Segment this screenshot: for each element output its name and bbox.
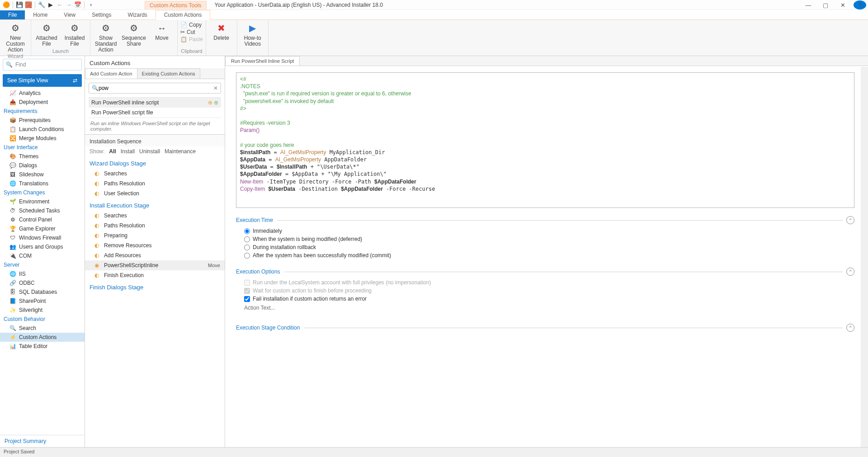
tab-existing-custom[interactable]: Existing Custom Actions <box>137 68 200 79</box>
seq-item[interactable]: ◉PowerShellScriptInlineMove <box>85 260 225 270</box>
options-icon[interactable]: 🔧 <box>38 1 46 9</box>
show-standard-button[interactable]: ⚙Show Standard Action <box>93 22 118 53</box>
find-box[interactable]: 🔍 Find <box>3 59 82 71</box>
seq-item[interactable]: ◐Searches <box>85 211 225 221</box>
collapse-icon[interactable]: ⌃ <box>846 324 854 332</box>
collapse-icon[interactable]: ⌃ <box>846 268 854 276</box>
scrollbar[interactable] <box>861 67 868 447</box>
step-icon: ◐ <box>93 252 100 259</box>
nav-item[interactable]: ⚙Control Panel <box>0 215 85 224</box>
howto-videos-button[interactable]: ▶How-to Videos <box>240 22 265 47</box>
radio-commit[interactable] <box>244 253 250 259</box>
script-editor[interactable]: <# .NOTES "pwsh.exe" is run if required … <box>236 72 854 208</box>
radio-deferred[interactable] <box>244 236 250 242</box>
cut-button[interactable]: ✂Cut <box>180 29 195 35</box>
seq-item[interactable]: ◐Finish Execution <box>85 270 225 280</box>
nav-icon: 📤 <box>9 99 16 106</box>
nav-item[interactable]: ✨Silverlight <box>0 306 85 315</box>
nav-item[interactable]: 🎨Themes <box>0 152 85 161</box>
nav-item[interactable]: 🌐Translations <box>0 179 85 188</box>
copy-button[interactable]: 📄Copy <box>180 22 202 28</box>
nav-item[interactable]: 📋Launch Conditions <box>0 125 85 134</box>
nav-item[interactable]: 🔌COM <box>0 251 85 260</box>
nav-item[interactable]: 🗄SQL Databases <box>0 287 85 297</box>
group-label <box>252 48 253 54</box>
tab-view[interactable]: View <box>56 10 84 19</box>
simple-view-button[interactable]: See Simple View⇄ <box>3 74 82 87</box>
add-seq-icon[interactable]: ⊕ <box>208 99 212 106</box>
radio-immediately[interactable] <box>244 228 250 234</box>
delete-button[interactable]: ✖Delete <box>209 22 234 41</box>
close-button[interactable]: ✕ <box>836 0 849 9</box>
tab-add-custom[interactable]: Add Custom Action <box>85 68 137 79</box>
search-icon: 🔍 <box>6 61 13 68</box>
nav-item[interactable]: 🌱Environment <box>0 197 85 206</box>
radio-rollback[interactable] <box>244 245 250 250</box>
gear-arrow-icon: ⚙ <box>99 22 112 34</box>
nav-item[interactable]: 📈Analytics <box>0 89 85 98</box>
minimize-button[interactable]: — <box>802 0 815 9</box>
result-row[interactable]: Run PowerShell script file <box>89 108 221 118</box>
nav-item[interactable]: ⚡Custom Actions <box>0 333 85 342</box>
chk-fail[interactable] <box>244 296 250 302</box>
result-row[interactable]: Run PowerShell inline script⊕ ⊕ <box>89 98 221 108</box>
tab-wizards[interactable]: Wizards <box>120 10 156 19</box>
save-icon[interactable]: 💾 <box>15 1 24 9</box>
run-icon[interactable]: ▶ <box>47 1 55 9</box>
forward-icon[interactable]: → <box>65 1 73 9</box>
tab-file[interactable]: File <box>0 10 25 19</box>
attached-file-button[interactable]: ⚙Attached File <box>34 22 59 47</box>
collapse-icon[interactable]: ⌃ <box>846 216 854 224</box>
seq-item[interactable]: ◐Remove Resources <box>85 240 225 250</box>
action-search-input[interactable] <box>99 85 213 91</box>
nav-item[interactable]: 🌐IIS <box>0 269 85 278</box>
group-label <box>221 48 222 54</box>
nav-item[interactable]: 🔍Search <box>0 324 85 333</box>
seq-item[interactable]: ◐Searches <box>85 169 225 179</box>
right-tab[interactable]: Run PowerShell Inline Script <box>225 56 300 66</box>
show-all[interactable]: All <box>109 148 116 155</box>
nav-item[interactable]: 📦Prerequisites <box>0 116 85 125</box>
seq-item[interactable]: ◐User Selection <box>85 188 225 198</box>
help-button[interactable]: ? <box>854 0 866 9</box>
tab-custom-actions[interactable]: Custom Actions <box>156 10 210 20</box>
clear-icon[interactable]: ✕ <box>213 85 218 91</box>
back-icon[interactable]: ← <box>56 1 64 9</box>
nav-icon: 🖼 <box>9 171 16 178</box>
add-noseq-icon[interactable]: ⊕ <box>214 99 218 106</box>
move-link[interactable]: Move <box>208 263 220 268</box>
seq-item[interactable]: ◐Paths Resolution <box>85 179 225 188</box>
maximize-button[interactable]: ▢ <box>819 0 832 9</box>
calendar-icon[interactable]: 📅 <box>74 1 82 9</box>
build-icon[interactable]: 🧱 <box>24 1 33 9</box>
move-button[interactable]: ↔Move <box>149 22 175 53</box>
nav-item[interactable]: 👥Users and Groups <box>0 242 85 251</box>
seq-item[interactable]: ◐Add Resources <box>85 250 225 260</box>
nav-item[interactable]: 🏆Game Explorer <box>0 224 85 233</box>
sequence-share-button[interactable]: ⚙Sequence Share <box>121 22 146 53</box>
nav-item[interactable]: 🔀Merge Modules <box>0 134 85 143</box>
seq-item[interactable]: ◐Paths Resolution <box>85 221 225 231</box>
tab-home[interactable]: Home <box>25 10 56 19</box>
nav-item[interactable]: ⏱Scheduled Tasks <box>0 206 85 215</box>
project-summary-link[interactable]: Project Summary <box>0 435 85 447</box>
new-custom-action-button[interactable]: ⚙New Custom Action <box>3 22 28 53</box>
installed-file-button[interactable]: ⚙Installed File <box>62 22 87 47</box>
tab-settings[interactable]: Settings <box>84 10 119 19</box>
nav-item[interactable]: 🔗ODBC <box>0 278 85 287</box>
nav-item[interactable]: 🛡Windows Firewall <box>0 233 85 242</box>
show-maintenance[interactable]: Maintenance <box>165 148 196 155</box>
nav-item[interactable]: 📤Deployment <box>0 98 85 107</box>
nav-item[interactable]: 📘SharePoint <box>0 297 85 306</box>
context-tab[interactable]: Custom Actions Tools <box>145 1 207 9</box>
action-text-link[interactable]: Action Text... <box>236 303 854 311</box>
nav-item[interactable]: 🖼Slideshow <box>0 170 85 179</box>
qat-customize-icon[interactable]: ▾ <box>87 1 95 9</box>
nav-item[interactable]: 💬Dialogs <box>0 161 85 170</box>
seq-item[interactable]: ◐Preparing <box>85 231 225 240</box>
show-uninstall[interactable]: Uninstall <box>139 148 160 155</box>
show-install[interactable]: Install <box>121 148 135 155</box>
nav-item[interactable]: 📊Table Editor <box>0 342 85 351</box>
paste-button[interactable]: 📋Paste <box>180 36 203 42</box>
action-search[interactable]: 🔍 ✕ <box>89 83 221 94</box>
